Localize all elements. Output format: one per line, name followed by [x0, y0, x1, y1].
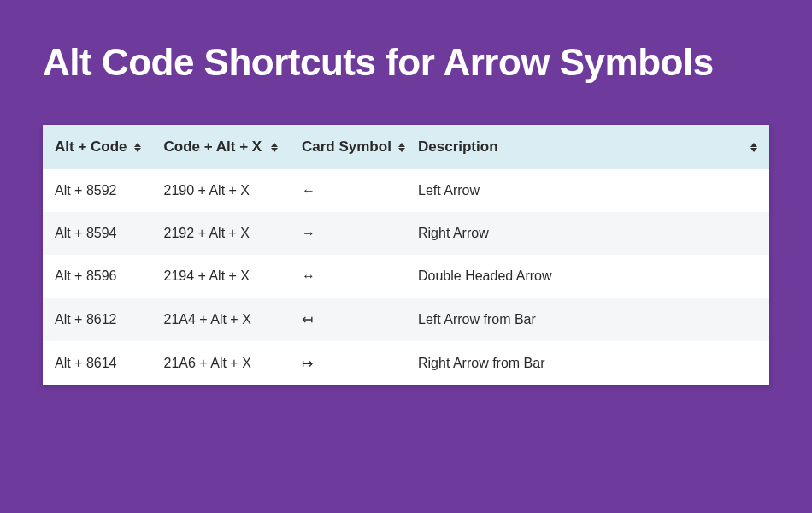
col-header-symbol[interactable]: Card Symbol: [290, 125, 406, 169]
table-row: Alt + 8614 21A6 + Alt + X ↦ Right Arrow …: [43, 341, 769, 385]
col-header-label: Code + Alt + X: [164, 139, 262, 156]
cell-alt-code: Alt + 8614: [43, 341, 152, 385]
cell-code-alt-x: 2190 + Alt + X: [152, 169, 291, 212]
sort-icon: [398, 143, 405, 152]
cell-symbol: →: [290, 212, 406, 255]
table-header-row: Alt + Code Code + Alt + X: [43, 125, 769, 169]
table-row: Alt + 8594 2192 + Alt + X → Right Arrow: [43, 212, 769, 255]
shortcuts-table: Alt + Code Code + Alt + X: [43, 125, 769, 385]
cell-symbol: ↦: [290, 341, 406, 385]
cell-alt-code: Alt + 8612: [43, 298, 152, 341]
cell-description: Double Headed Arrow: [406, 255, 769, 298]
sort-icon: [134, 143, 141, 152]
table-body: Alt + 8592 2190 + Alt + X ← Left Arrow A…: [43, 169, 769, 385]
cell-symbol: ←: [290, 169, 406, 212]
cell-alt-code: Alt + 8596: [43, 255, 152, 298]
cell-code-alt-x: 2194 + Alt + X: [152, 255, 291, 298]
cell-code-alt-x: 21A4 + Alt + X: [152, 298, 291, 341]
cell-description: Left Arrow: [406, 169, 769, 212]
col-header-code-alt-x[interactable]: Code + Alt + X: [152, 125, 291, 169]
table-row: Alt + 8612 21A4 + Alt + X ↤ Left Arrow f…: [43, 298, 769, 341]
cell-symbol: ↤: [290, 298, 406, 341]
col-header-label: Description: [418, 139, 498, 156]
cell-alt-code: Alt + 8594: [43, 212, 152, 255]
shortcuts-table-container: Alt + Code Code + Alt + X: [43, 125, 769, 385]
cell-symbol: ↔: [290, 255, 406, 298]
col-header-label: Alt + Code: [55, 139, 127, 156]
cell-alt-code: Alt + 8592: [43, 169, 152, 212]
col-header-alt-code[interactable]: Alt + Code: [43, 125, 152, 169]
cell-description: Left Arrow from Bar: [406, 298, 769, 341]
page-title: Alt Code Shortcuts for Arrow Symbols: [0, 0, 812, 84]
cell-code-alt-x: 2192 + Alt + X: [152, 212, 291, 255]
cell-description: Right Arrow: [406, 212, 769, 255]
table-row: Alt + 8592 2190 + Alt + X ← Left Arrow: [43, 169, 769, 212]
col-header-label: Card Symbol: [302, 139, 391, 156]
cell-description: Right Arrow from Bar: [406, 341, 769, 385]
cell-code-alt-x: 21A6 + Alt + X: [152, 341, 291, 385]
sort-icon: [750, 143, 757, 152]
col-header-description[interactable]: Description: [406, 125, 769, 169]
table-row: Alt + 8596 2194 + Alt + X ↔ Double Heade…: [43, 255, 769, 298]
sort-icon: [271, 143, 278, 152]
